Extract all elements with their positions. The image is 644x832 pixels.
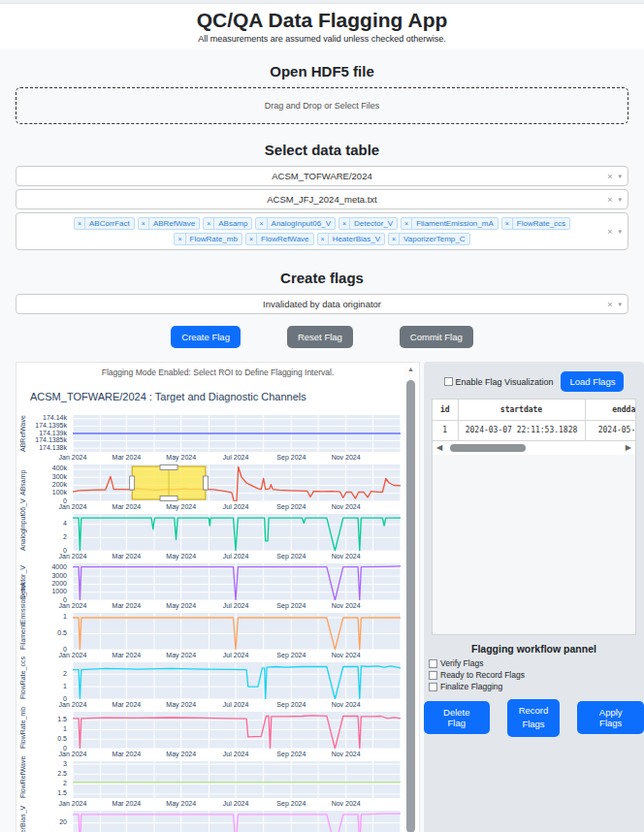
- enable-flag-viz-row[interactable]: Enable Flag Visualization: [444, 377, 554, 387]
- reset-flag-button[interactable]: Reset Flag: [287, 326, 353, 348]
- y-tick-label: 0.5: [57, 629, 67, 636]
- plot-area[interactable]: [73, 514, 401, 551]
- y-axis-title: HeaterBias_V: [17, 811, 29, 832]
- clear-icon[interactable]: ×: [607, 227, 612, 237]
- file-drop-zone[interactable]: Drag and Drop or Select Files: [16, 87, 628, 124]
- roi-resize-handle[interactable]: [160, 465, 177, 470]
- workflow-checkbox[interactable]: [429, 659, 437, 668]
- remove-tag-icon[interactable]: ×: [339, 218, 350, 229]
- remove-tag-icon[interactable]: ×: [246, 234, 257, 244]
- clear-icon[interactable]: ×: [607, 172, 612, 181]
- plot-area[interactable]: [73, 613, 401, 650]
- remove-tag-icon[interactable]: ×: [502, 218, 513, 229]
- remove-tag-icon[interactable]: ×: [75, 218, 85, 229]
- flags-table-header: idstartdateenddate: [433, 400, 636, 420]
- plot-area[interactable]: [73, 563, 401, 600]
- remove-tag-icon[interactable]: ×: [175, 234, 185, 244]
- x-tick-label: Jul 2024: [223, 553, 248, 560]
- x-tick-label: Nov 2024: [332, 751, 361, 757]
- apply-flags-button[interactable]: Apply Flags: [577, 701, 644, 734]
- roi-resize-handle[interactable]: [130, 476, 135, 490]
- delete-flag-button[interactable]: Delete Flag: [424, 701, 490, 734]
- remove-tag-icon[interactable]: ×: [402, 218, 412, 229]
- subplot-AnalogInput06_V: AnalogInput06_V420Jan 2024Mar 2024May 20…: [16, 514, 404, 563]
- plot-area[interactable]: [73, 761, 401, 798]
- x-tick-label: Mar 2024: [113, 553, 142, 560]
- plot-area[interactable]: [73, 662, 401, 699]
- x-tick-label: Nov 2024: [332, 553, 361, 560]
- scrollbar-thumb[interactable]: [450, 444, 526, 452]
- workflow-checkbox[interactable]: [429, 683, 437, 691]
- y-tick-label: 2.5: [57, 770, 67, 777]
- main-content: Open HDF5 file Drag and Drop or Select F…: [0, 49, 644, 832]
- x-tick-label: Jan 2024: [59, 701, 87, 708]
- roi-resize-handle[interactable]: [203, 476, 208, 490]
- scroll-up-icon[interactable]: ▲: [403, 366, 418, 372]
- x-tick-label: Mar 2024: [113, 751, 142, 757]
- table-horizontal-scrollbar[interactable]: ◀ ▶: [433, 441, 635, 455]
- x-tick-label: Sep 2024: [276, 553, 306, 560]
- x-tick-labels: Jan 2024Mar 2024May 2024Jul 2024Sep 2024…: [16, 700, 404, 712]
- chevron-down-icon[interactable]: ▾: [618, 196, 622, 204]
- channels-multiselect[interactable]: ×ABCorrFact×ABRefWave×ABsamp×AnalogInput…: [16, 212, 628, 250]
- channel-tag: ×HeaterBias_V: [317, 233, 385, 245]
- flags-table-container: idstartdateenddate 12024-03-07 22:11:53.…: [432, 399, 636, 635]
- y-tick-label: 1000: [51, 588, 67, 594]
- clear-icon[interactable]: ×: [607, 195, 612, 205]
- select-table-heading: Select data table: [0, 142, 644, 158]
- scroll-right-icon[interactable]: ▶: [626, 443, 631, 452]
- chevron-down-icon[interactable]: ▾: [618, 173, 622, 180]
- chevron-down-icon[interactable]: ▾: [618, 228, 622, 236]
- load-flags-button[interactable]: Load Flags: [561, 371, 624, 392]
- remove-tag-icon[interactable]: ×: [318, 234, 329, 244]
- y-tick-label: 1.5: [57, 716, 67, 722]
- plot-area[interactable]: [73, 811, 401, 832]
- workflow-checkbox[interactable]: [429, 671, 437, 680]
- remove-tag-icon[interactable]: ×: [204, 218, 214, 229]
- workflow-checkbox-row[interactable]: Ready to Record Flags: [429, 670, 525, 680]
- scrollbar-thumb[interactable]: [406, 380, 415, 832]
- plot-vertical-scrollbar[interactable]: ▲ ▼: [403, 365, 418, 832]
- plot-area[interactable]: [73, 712, 401, 749]
- y-axis-title: FlowRate_mb: [17, 712, 29, 749]
- group-dropdown[interactable]: ACSM_TOFWARE/2024 × ▾: [16, 166, 628, 186]
- x-tick-labels: Jan 2024Mar 2024May 2024Jul 2024Sep 2024…: [16, 502, 404, 514]
- workflow-checkbox-row[interactable]: Finalize Flagging: [429, 682, 525, 691]
- x-tick-label: Jan 2024: [59, 503, 87, 510]
- workflow-checkbox-label: Verify Flags: [440, 658, 483, 668]
- chevron-down-icon[interactable]: ▾: [618, 301, 622, 308]
- y-tick-label: 2: [63, 780, 67, 786]
- x-tick-label: Jan 2024: [59, 454, 87, 461]
- plot-area[interactable]: [73, 415, 401, 452]
- scroll-left-icon[interactable]: ◀: [436, 443, 442, 452]
- plot-area[interactable]: [73, 464, 401, 501]
- remove-tag-icon[interactable]: ×: [389, 234, 400, 244]
- workflow-checkbox-row[interactable]: Verify Flags: [429, 658, 525, 668]
- flag-type-dropdown[interactable]: Invalidated by data originator × ▾: [16, 294, 628, 314]
- create-flag-button[interactable]: Create Flag: [171, 326, 241, 348]
- app-header: QC/QA Data Flagging App All measurements…: [0, 4, 644, 49]
- x-tick-label: Nov 2024: [332, 454, 361, 461]
- y-tick-labels: 400k300k200k100k0: [29, 464, 71, 501]
- commit-flag-button[interactable]: Commit Flag: [400, 326, 473, 348]
- x-tick-labels: Jan 2024Mar 2024May 2024Jul 2024Sep 2024…: [16, 601, 404, 613]
- y-tick-label: 174.139k: [39, 430, 67, 436]
- roi-resize-handle[interactable]: [160, 496, 177, 501]
- remove-tag-icon[interactable]: ×: [139, 218, 149, 229]
- y-tick-label: 174.138k: [39, 444, 67, 451]
- clear-icon[interactable]: ×: [607, 300, 612, 309]
- y-tick-label: 2: [63, 533, 67, 540]
- remove-tag-icon[interactable]: ×: [256, 218, 267, 229]
- y-tick-label: 1: [63, 725, 67, 732]
- record-flags-button[interactable]: Record Flags: [507, 699, 561, 737]
- channel-tag: ×ABRefWave: [138, 217, 200, 230]
- enable-flag-viz-checkbox[interactable]: [444, 377, 453, 386]
- x-tick-label: Mar 2024: [113, 454, 142, 461]
- table-dropdown[interactable]: ACSM_JFJ_2024_meta.txt × ▾: [16, 189, 628, 209]
- y-axis-title: FlowRate_ccs: [17, 662, 29, 699]
- roi-selection-box[interactable]: [130, 465, 209, 501]
- flags-table-body: 12024-03-07 22:11:53.18282024-05-28 17: [433, 420, 636, 440]
- table-row[interactable]: 12024-03-07 22:11:53.18282024-05-28 17: [433, 420, 636, 440]
- x-tick-labels: Jan 2024Mar 2024May 2024Jul 2024Sep 2024…: [16, 453, 404, 464]
- x-tick-label: Jan 2024: [59, 652, 87, 658]
